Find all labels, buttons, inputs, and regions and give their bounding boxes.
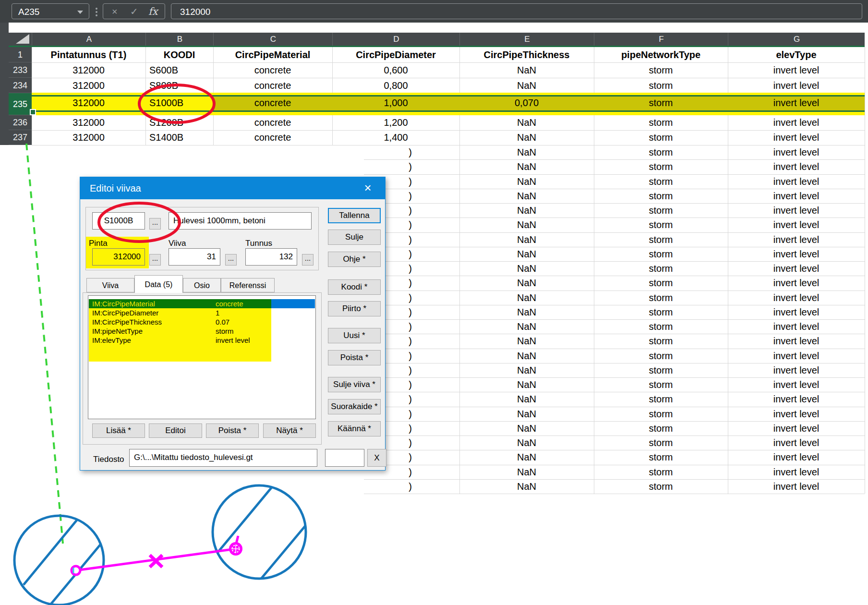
pinta-browse-button[interactable]: ...: [149, 254, 161, 266]
tab-osio[interactable]: Osio: [183, 278, 221, 292]
cell[interactable]: storm: [594, 96, 728, 110]
cell[interactable]: invert level: [728, 392, 865, 406]
header-cell[interactable]: CircPipeThickness: [459, 47, 594, 62]
cell[interactable]: storm: [594, 305, 728, 319]
cell[interactable]: storm: [594, 334, 728, 348]
cell[interactable]: NaN: [459, 465, 594, 479]
cell[interactable]: storm: [594, 465, 728, 479]
cell[interactable]: 312000: [32, 115, 145, 130]
cell[interactable]: invert level: [728, 334, 865, 348]
cell[interactable]: NaN: [459, 349, 594, 363]
header-cell[interactable]: KOODI: [145, 47, 213, 62]
cell[interactable]: NaN: [459, 479, 594, 494]
cell[interactable]: NaN: [459, 421, 594, 436]
cell[interactable]: storm: [594, 203, 728, 218]
cell[interactable]: NaN: [459, 189, 594, 203]
cell[interactable]: NaN: [459, 261, 594, 276]
cell[interactable]: NaN: [459, 319, 594, 334]
cell[interactable]: invert level: [728, 218, 865, 232]
cell[interactable]: 0,070: [459, 96, 594, 110]
tab-data-5-[interactable]: Data (5): [134, 275, 183, 293]
cell[interactable]: NaN: [459, 232, 594, 247]
cell[interactable]: 0,600: [332, 62, 459, 78]
tunnus-browse-button[interactable]: ...: [302, 254, 313, 266]
cell[interactable]: storm: [594, 319, 728, 334]
cell[interactable]: storm: [594, 450, 728, 464]
cell[interactable]: 312000: [32, 62, 145, 78]
cell[interactable]: 312000: [32, 78, 145, 93]
attribute-list[interactable]: IM:CircPipeMaterialconcreteIM:CircPipeDi…: [88, 295, 316, 419]
list-item[interactable]: IM:CircPipeThickness0.07: [89, 317, 315, 327]
list-item[interactable]: IM:elevTypeinvert level: [89, 336, 315, 345]
cell[interactable]: NaN: [459, 276, 594, 290]
cell[interactable]: NaN: [459, 62, 594, 78]
cell[interactable]: invert level: [728, 421, 865, 436]
cell[interactable]: invert level: [728, 247, 865, 261]
cell[interactable]: invert level: [728, 62, 865, 78]
cell[interactable]: invert level: [728, 377, 865, 392]
cell[interactable]: NaN: [459, 130, 594, 145]
cell[interactable]: storm: [594, 261, 728, 276]
cell[interactable]: storm: [594, 290, 728, 305]
column-header-E[interactable]: E: [459, 33, 594, 46]
row-header-237[interactable]: 237: [9, 130, 32, 145]
button-koodi[interactable]: Koodi *: [328, 279, 381, 295]
cell[interactable]: NaN: [459, 174, 594, 189]
cell[interactable]: S1400B: [145, 130, 213, 145]
cell[interactable]: concrete: [213, 130, 332, 145]
pinta-input[interactable]: 312000: [92, 248, 145, 266]
row-header-233[interactable]: 233: [9, 62, 32, 78]
cell[interactable]: invert level: [728, 436, 865, 450]
cell[interactable]: invert level: [728, 261, 865, 276]
name-box[interactable]: A235: [12, 3, 89, 19]
button-lisää[interactable]: Lisää *: [92, 424, 145, 438]
cell[interactable]: concrete: [213, 96, 332, 110]
cell[interactable]: 1,000: [332, 96, 459, 110]
cell[interactable]: S800B: [145, 78, 213, 93]
column-header-D[interactable]: D: [332, 33, 460, 46]
cell[interactable]: concrete: [213, 62, 332, 78]
column-header-G[interactable]: G: [728, 33, 865, 46]
cell[interactable]: storm: [594, 377, 728, 392]
cell[interactable]: storm: [594, 218, 728, 232]
cell[interactable]: storm: [594, 130, 728, 145]
description-field[interactable]: Hulevesi 1000mm, betoni: [169, 212, 312, 230]
formula-bar-input[interactable]: 312000: [171, 3, 862, 19]
column-header-A[interactable]: A: [32, 33, 146, 46]
cell[interactable]: storm: [594, 62, 728, 78]
cell[interactable]: ): [332, 159, 459, 174]
button-sulje[interactable]: Sulje: [328, 230, 381, 245]
cell[interactable]: 312000: [32, 96, 145, 110]
header-cell[interactable]: pipeNetworkType: [594, 47, 728, 62]
cell[interactable]: NaN: [459, 334, 594, 348]
cell[interactable]: invert level: [728, 479, 865, 494]
cell[interactable]: invert level: [728, 78, 865, 93]
cell[interactable]: NaN: [459, 305, 594, 319]
viiva-input[interactable]: 31: [169, 248, 220, 266]
cancel-icon[interactable]: ×: [112, 4, 118, 20]
cell[interactable]: storm: [594, 421, 728, 436]
cell[interactable]: concrete: [213, 115, 332, 130]
cell[interactable]: invert level: [728, 319, 865, 334]
column-header-B[interactable]: B: [145, 33, 214, 46]
button-uusi[interactable]: Uusi *: [328, 328, 381, 343]
column-header-F[interactable]: F: [594, 33, 728, 46]
cell[interactable]: invert level: [728, 349, 865, 363]
cell[interactable]: invert level: [728, 130, 865, 145]
cell[interactable]: NaN: [459, 78, 594, 93]
list-item[interactable]: IM:pipeNetTypestorm: [89, 327, 315, 336]
cell[interactable]: invert level: [728, 232, 865, 247]
row-header-234[interactable]: 234: [9, 78, 32, 93]
cell[interactable]: NaN: [459, 203, 594, 218]
cell[interactable]: invert level: [728, 174, 865, 189]
cell[interactable]: storm: [594, 145, 728, 159]
cell[interactable]: NaN: [459, 436, 594, 450]
button-suljeviiva[interactable]: Sulje viiva *: [328, 377, 381, 392]
cell[interactable]: 1,200: [332, 115, 459, 130]
cell[interactable]: NaN: [459, 407, 594, 421]
select-all-button[interactable]: [9, 33, 32, 46]
button-käännä[interactable]: Käännä *: [328, 421, 381, 436]
header-cell[interactable]: CircPipeDiameter: [332, 47, 459, 62]
cell[interactable]: storm: [594, 363, 728, 377]
cell[interactable]: storm: [594, 276, 728, 290]
